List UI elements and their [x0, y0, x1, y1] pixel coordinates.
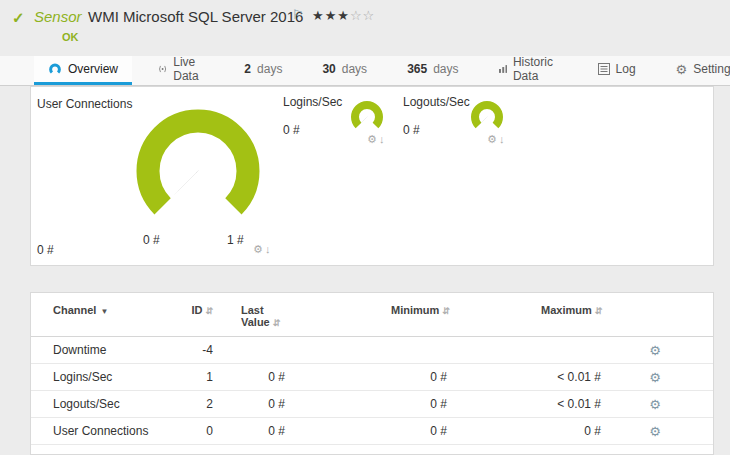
main-gauge-scale-max: 1 # [227, 233, 244, 247]
main-gauge-title: User Connections [37, 97, 132, 111]
column-header-channel[interactable]: Channel▼ [53, 304, 173, 316]
channel-maximum: 0 # [447, 424, 601, 438]
gear-icon: ⚙ [676, 62, 688, 77]
logouts-gauge[interactable] [465, 99, 509, 137]
tab-2-days-number: 2 [244, 62, 251, 76]
minimum-header-label: Minimum [391, 304, 439, 316]
main-gauge-scale-min: 0 # [143, 233, 160, 247]
tab-365-days-unit: days [433, 62, 458, 76]
status-badge: OK [62, 31, 79, 43]
channel-id: 2 [173, 397, 213, 411]
channel-settings-icon[interactable]: ⚙ [647, 397, 663, 412]
logins-gauge-value: 0 # [283, 123, 300, 137]
tab-2-days-unit: days [257, 62, 282, 76]
channel-last-value: 0 # [213, 424, 285, 438]
channel-minimum: 0 # [285, 424, 447, 438]
tab-overview-label: Overview [68, 62, 118, 76]
column-header-last-value[interactable]: Last Value⇵ [213, 304, 285, 328]
channel-name: User Connections [53, 424, 173, 438]
sensor-header: ✓ Sensor WMI Microsoft SQL Server 2016 ⚐… [0, 0, 730, 56]
last-value-header-label: Last Value [241, 304, 270, 328]
tab-log-label: Log [616, 62, 636, 76]
status-check-icon: ✓ [12, 9, 25, 27]
logouts-gauge-value: 0 # [403, 123, 420, 137]
channel-name: Logouts/Sec [53, 397, 173, 411]
table-header-row: Channel▼ ID⇵ Last Value⇵ Minimum⇵ Maximu… [31, 293, 713, 337]
gauge-gear-icon[interactable]: ⚙ [253, 243, 265, 255]
tab-historic-data[interactable]: Historic Data [485, 56, 572, 85]
flag-icon[interactable]: ⚐ [292, 7, 304, 22]
channel-settings-icon[interactable]: ⚙ [647, 370, 663, 385]
tab-overview[interactable]: Overview [34, 56, 132, 85]
tab-30-days-number: 30 [322, 62, 335, 76]
tab-30-days-unit: days [342, 62, 367, 76]
tab-live-data[interactable]: Live Data [144, 56, 218, 85]
tab-settings-label: Settings [693, 62, 730, 76]
stars-filled[interactable]: ★★★ [312, 8, 350, 23]
table-row: User Connections 0 0 # 0 # 0 # ⚙ [31, 418, 713, 445]
tab-365-days-number: 365 [407, 62, 427, 76]
tab-settings[interactable]: ⚙ Settings [662, 56, 730, 85]
stars-empty[interactable]: ☆☆ [350, 8, 375, 23]
channels-table-panel: Channel▼ ID⇵ Last Value⇵ Minimum⇵ Maximu… [30, 292, 714, 455]
tab-log[interactable]: Log [584, 56, 650, 85]
main-gauge-tools: ⚙↓ [253, 243, 272, 256]
sensor-kind-label: Sensor [34, 8, 82, 25]
channel-settings-icon[interactable]: ⚙ [647, 424, 663, 439]
channel-id: -4 [173, 343, 213, 357]
tab-2-days[interactable]: 2 days [230, 56, 296, 85]
gauge-icon [48, 62, 62, 76]
sort-icon: ⇵ [595, 306, 603, 316]
column-header-minimum[interactable]: Minimum⇵ [285, 304, 447, 316]
channel-last-value: 0 # [213, 370, 285, 384]
gauge-download-icon[interactable]: ↓ [379, 133, 387, 145]
logouts-gauge-title: Logouts/Sec [403, 95, 470, 109]
gauge-download-icon[interactable]: ↓ [499, 133, 507, 145]
channel-id: 1 [173, 370, 213, 384]
logins-gauge-title: Logins/Sec [283, 95, 342, 109]
sort-icon: ⇵ [273, 318, 281, 328]
table-row: Logins/Sec 1 0 # 0 # < 0.01 # ⚙ [31, 364, 713, 391]
sort-caret-icon: ▼ [100, 307, 108, 316]
channel-minimum: 0 # [285, 370, 447, 384]
sort-icon: ⇵ [205, 306, 213, 316]
column-header-maximum[interactable]: Maximum⇵ [447, 304, 601, 316]
page-title: WMI Microsoft SQL Server 2016 [88, 8, 303, 25]
gauge-gear-icon[interactable]: ⚙ [487, 133, 499, 145]
tab-historic-data-label: Historic Data [513, 55, 558, 83]
channel-last-value: 0 # [213, 397, 285, 411]
channel-header-label: Channel [53, 304, 96, 316]
id-header-label: ID [191, 304, 202, 316]
tab-30-days[interactable]: 30 days [308, 56, 381, 85]
channel-settings-icon[interactable]: ⚙ [647, 343, 663, 358]
logins-gauge-tools: ⚙↓ [367, 133, 386, 146]
channel-name: Downtime [53, 343, 173, 357]
tab-live-data-label: Live Data [173, 55, 204, 83]
main-gauge-value: 0 # [37, 243, 54, 257]
user-connections-gauge[interactable] [123, 93, 273, 243]
channel-name: Logins/Sec [53, 370, 173, 384]
gauge-download-icon[interactable]: ↓ [265, 243, 273, 255]
logins-gauge[interactable] [345, 99, 389, 137]
tab-bar: Overview Live Data 2 days 30 days 365 da… [0, 56, 730, 86]
gauge-gear-icon[interactable]: ⚙ [367, 133, 379, 145]
broadcast-icon [158, 63, 167, 75]
maximum-header-label: Maximum [541, 304, 592, 316]
channel-minimum: 0 # [285, 397, 447, 411]
channel-id: 0 [173, 424, 213, 438]
channel-maximum: < 0.01 # [447, 397, 601, 411]
bar-chart-icon [499, 63, 507, 75]
column-header-id[interactable]: ID⇵ [173, 304, 213, 316]
table-row: Logouts/Sec 2 0 # 0 # < 0.01 # ⚙ [31, 391, 713, 418]
table-row: Downtime -4 ⚙ [31, 337, 713, 364]
logouts-gauge-tools: ⚙↓ [487, 133, 506, 146]
gauges-panel: User Connections 0 # 1 # 0 # ⚙↓ Logins/S… [30, 86, 714, 266]
channel-maximum: < 0.01 # [447, 370, 601, 384]
priority-stars[interactable]: ★★★☆☆ [312, 8, 375, 23]
log-icon [598, 63, 610, 75]
tab-365-days[interactable]: 365 days [393, 56, 472, 85]
